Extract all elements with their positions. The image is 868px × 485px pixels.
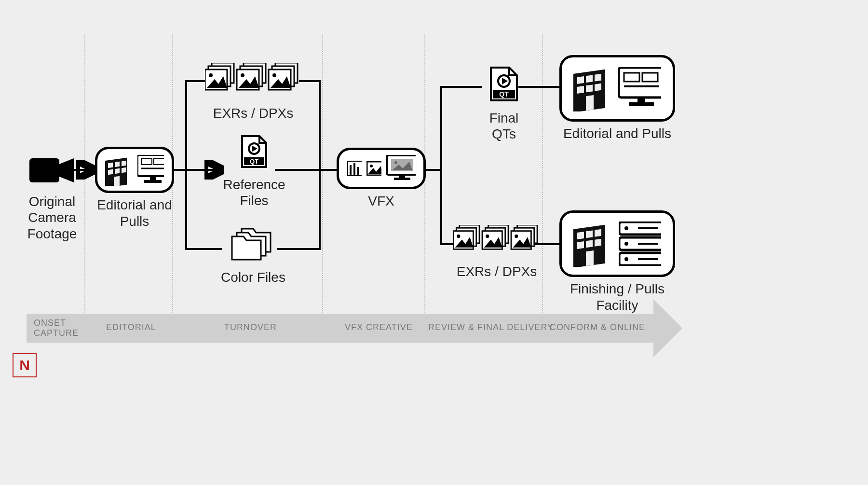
svg-point-46 [370, 165, 373, 167]
svg-text:QT: QT [250, 158, 258, 165]
camera-label: Original Camera Footage [23, 194, 81, 242]
svg-rect-85 [637, 97, 645, 102]
connectors [0, 0, 868, 485]
svg-point-30 [241, 73, 244, 77]
svg-rect-16 [137, 155, 164, 176]
phase-review: REVIEW & FINAL DELIVERY [428, 322, 554, 333]
building-icon [105, 154, 127, 186]
exrs2-label: EXRs / DPXs [451, 263, 542, 280]
editorial-pulls-label: Editorial and Pulls [95, 197, 174, 229]
vfx-label: VFX [337, 193, 426, 209]
svg-rect-52 [399, 175, 405, 178]
svg-rect-79 [595, 83, 601, 91]
svg-rect-13 [115, 168, 120, 174]
reference-node: QT Reference Files [223, 135, 285, 209]
svg-rect-81 [619, 68, 661, 97]
monitor-icon [618, 67, 661, 110]
svg-rect-15 [114, 176, 120, 186]
svg-rect-92 [586, 240, 593, 248]
monitor-icon [137, 155, 164, 185]
svg-point-102 [624, 257, 628, 261]
svg-rect-20 [150, 176, 156, 180]
svg-rect-43 [353, 163, 355, 175]
svg-rect-21 [144, 180, 162, 183]
svg-rect-76 [595, 74, 601, 82]
sliders-icon [347, 160, 362, 177]
timeline-arrowhead [653, 299, 682, 357]
exrs-label: EXRs / DPXs [205, 105, 301, 122]
phase-vfx: VFX CREATIVE [345, 322, 413, 333]
svg-point-61 [457, 235, 460, 238]
finishing-node: Finishing / Pulls Facility [559, 210, 675, 313]
svg-point-35 [272, 73, 276, 77]
folder-stack-icon [230, 227, 276, 262]
building-icon [573, 65, 608, 111]
editorial-pulls2-node: Editorial and Pulls [559, 55, 675, 142]
svg-rect-77 [577, 86, 584, 94]
image-small-icon [366, 161, 381, 176]
svg-rect-42 [350, 165, 352, 175]
svg-rect-80 [586, 95, 594, 111]
phase-turnover: TURNOVER [224, 322, 277, 333]
exrs2-node: EXRs / DPXs [451, 225, 542, 279]
phase-conform: CONFORM & ONLINE [550, 322, 645, 333]
svg-rect-9 [108, 163, 113, 168]
svg-rect-75 [586, 75, 593, 83]
vfx-node: VFX [337, 148, 426, 209]
monitor-icon [386, 155, 416, 182]
svg-rect-86 [629, 102, 654, 106]
color-label: Color Files [219, 269, 287, 286]
qt-file-icon: QT [240, 135, 268, 169]
camera-icon [29, 155, 75, 186]
svg-rect-90 [595, 229, 601, 237]
svg-rect-88 [577, 232, 584, 239]
phase-editorial: EDITORIAL [106, 322, 156, 333]
svg-rect-12 [108, 169, 113, 175]
svg-rect-17 [141, 159, 152, 165]
svg-rect-53 [394, 178, 410, 180]
svg-rect-10 [115, 162, 120, 167]
camera-node: Original Camera Footage [23, 155, 81, 242]
svg-rect-91 [577, 241, 584, 249]
divider [84, 34, 85, 319]
svg-rect-94 [586, 250, 594, 266]
final-qts-label: Final QTs [480, 110, 528, 142]
divider [322, 34, 323, 319]
svg-text:QT: QT [499, 90, 509, 98]
qt-file-icon: QT [489, 67, 519, 102]
exrs-node: EXRs / DPXs [205, 63, 301, 121]
svg-point-99 [624, 242, 628, 246]
svg-marker-7 [59, 158, 74, 182]
svg-rect-14 [122, 167, 126, 173]
svg-rect-89 [586, 230, 593, 238]
netflix-logo: N [13, 353, 37, 377]
editorial-pulls2-label: Editorial and Pulls [559, 125, 675, 142]
svg-rect-78 [586, 84, 593, 92]
editorial-pulls-node: Editorial and Pulls [95, 147, 174, 229]
server-icon [619, 222, 661, 266]
color-node: Color Files [219, 227, 287, 285]
svg-rect-11 [122, 161, 126, 166]
svg-point-71 [515, 235, 518, 238]
image-stack-icon [453, 225, 540, 256]
svg-rect-6 [29, 158, 59, 182]
svg-point-25 [209, 73, 213, 77]
phase-onset: ONSET CAPTURE [34, 318, 87, 338]
svg-rect-93 [595, 239, 601, 247]
building-icon [573, 221, 608, 267]
svg-rect-44 [357, 167, 359, 175]
svg-rect-18 [154, 159, 164, 165]
svg-point-66 [486, 235, 489, 238]
svg-rect-74 [577, 76, 584, 84]
image-stack-icon [205, 63, 301, 97]
svg-point-96 [624, 226, 628, 230]
svg-point-50 [394, 161, 397, 164]
reference-label: Reference Files [223, 177, 285, 209]
final-qts-node: QT Final QTs [480, 67, 528, 142]
